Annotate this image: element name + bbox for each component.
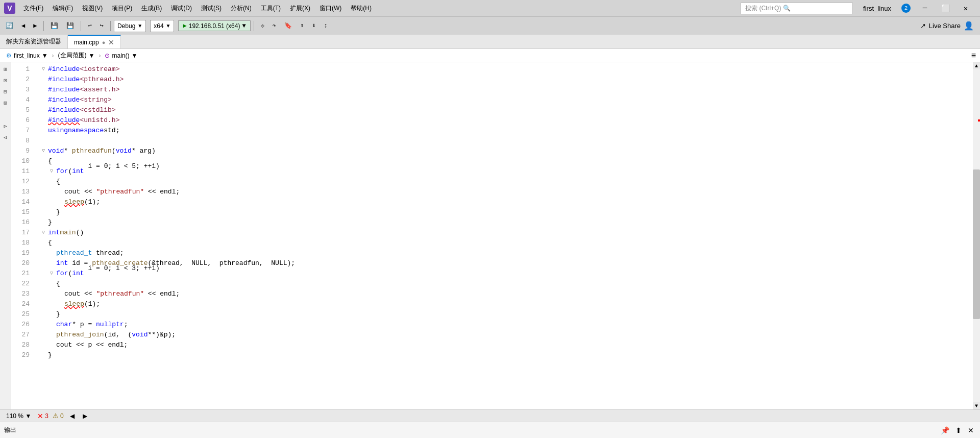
panel-pin-button[interactable]: 📌 (939, 425, 951, 435)
line-num-18: 18 (11, 238, 34, 248)
output-label: 输出 (4, 426, 16, 434)
scroll-down-button[interactable]: ▼ (973, 402, 980, 409)
toolbar-breakpoint[interactable]: ⟐ (257, 21, 268, 31)
toolbar-bookmark4[interactable]: ↕ (320, 21, 331, 31)
line-num-23: 23 (11, 289, 34, 299)
toolbar-back[interactable]: ◀ (18, 20, 29, 31)
code-content[interactable]: ▽#include <iostream> #include <pthread.h… (38, 62, 973, 409)
line-num-9: 9 (11, 146, 34, 156)
menu-test[interactable]: 测试(S) (197, 3, 226, 14)
solution-explorer-tab[interactable]: 解决方案资源管理器 (0, 35, 68, 48)
menu-analyze[interactable]: 分析(N) (227, 3, 256, 14)
menu-edit[interactable]: 编辑(E) (48, 3, 77, 14)
fold-icon-17[interactable]: ▽ (40, 229, 47, 236)
sidebar-icon-2[interactable]: ⊡ (1, 76, 10, 85)
notification-badge: 2 (901, 4, 911, 13)
fold-icon-1[interactable]: ▽ (40, 66, 47, 73)
fold-icon-11[interactable]: ▽ (48, 168, 55, 175)
scroll-thumb[interactable] (973, 169, 980, 319)
project-icon: ⚙ (6, 52, 12, 59)
live-share-label: Live Share (929, 22, 961, 30)
toolbar-undo[interactable]: ↩ (84, 20, 95, 31)
right-scrollbar[interactable]: ▲ ▼ (973, 62, 980, 409)
restore-button[interactable]: ⬜ (935, 0, 955, 16)
error-count[interactable]: ✕ 3 (37, 412, 48, 420)
line-num-1: 1 (11, 64, 34, 75)
live-share-user-icon: 👤 (964, 21, 974, 31)
sidebar-icon-6[interactable]: ⊲ (1, 133, 10, 142)
editor-area: 1 2 3 4 5 6 7 8 9 10 11 12 13 14 15 16 1… (11, 62, 980, 409)
editor-options-icon[interactable]: ≡ (971, 51, 976, 60)
panel-close-button[interactable]: ✕ (966, 425, 976, 435)
panel-maximize-button[interactable]: ⬆ (953, 425, 964, 435)
line-num-2: 2 (11, 75, 34, 85)
left-sidebar: ⊞ ⊡ ⊟ ⊠ ⊳ ⊲ (0, 62, 11, 409)
toolbar-separator-4 (254, 21, 254, 31)
toolbar-new-project[interactable]: 🔄 (2, 20, 17, 31)
project-name: first_linux (863, 5, 891, 12)
toolbar-forward[interactable]: ▶ (30, 20, 40, 31)
breadcrumb-function[interactable]: ⊙ main() ▼ (103, 51, 139, 60)
minimize-button[interactable]: ─ (915, 0, 935, 16)
sidebar-icon-4[interactable]: ⊠ (1, 98, 10, 107)
menu-window[interactable]: 窗口(W) (315, 3, 346, 14)
toolbar-redo[interactable]: ↪ (96, 20, 107, 31)
toolbar-bookmark3[interactable]: ⬇ (308, 20, 319, 31)
breadcrumb-scope[interactable]: (全局范围) ▼ (56, 50, 97, 61)
platform-label: x64 (154, 22, 163, 30)
line-num-8: 8 (11, 136, 34, 146)
code-line-26: char* p = nullptr; (38, 320, 973, 330)
line-num-14: 14 (11, 197, 34, 207)
toolbar-step-over[interactable]: ↷ (269, 20, 280, 31)
platform-dropdown[interactable]: x64 ▼ (150, 20, 174, 32)
file-tab-main-cpp[interactable]: main.cpp ● ✕ (68, 35, 121, 48)
code-line-23: cout << "pthreadfun" << endl; (38, 289, 973, 299)
run-button[interactable]: ▶ 192.168.0.51 (x64) ▼ (178, 20, 250, 31)
live-share-button[interactable]: ↗ Live Share 👤 (916, 20, 978, 32)
main-area: ⊞ ⊡ ⊟ ⊠ ⊳ ⊲ 1 2 3 4 5 6 7 8 9 10 11 12 1… (0, 62, 980, 409)
forward-icon: ▶ (33, 22, 37, 30)
toolbar-bookmark2[interactable]: ⬆ (297, 20, 307, 31)
line-num-15: 15 (11, 207, 34, 217)
menu-view[interactable]: 视图(V) (78, 3, 107, 14)
zoom-value: 110 % (6, 412, 23, 420)
menu-help[interactable]: 帮助(H) (347, 3, 376, 14)
toolbar-separator-2 (81, 21, 81, 31)
zoom-arrow: ▼ (25, 412, 31, 420)
config-dropdown[interactable]: Debug ▼ (114, 20, 146, 32)
close-button[interactable]: ✕ (955, 0, 976, 16)
toolbar-save-all[interactable]: 💾 (63, 20, 78, 31)
warning-count[interactable]: ⚠ 0 (53, 412, 64, 420)
scroll-up-button[interactable]: ▲ (973, 62, 980, 69)
code-line-3: #include <assert.h> (38, 85, 973, 95)
back-icon: ◀ (21, 22, 25, 30)
code-line-29: } (38, 350, 973, 360)
nav-back-button[interactable]: ◀ (68, 411, 77, 421)
toolbar-save[interactable]: 💾 (47, 20, 62, 31)
sidebar-icon-1[interactable]: ⊞ (1, 64, 10, 74)
nav-forward-button[interactable]: ▶ (81, 411, 89, 421)
menu-tools[interactable]: 工具(T) (257, 3, 285, 14)
breadcrumb-project-name: first_linux (14, 52, 40, 59)
breadcrumb-sep-2: › (99, 52, 101, 59)
platform-arrow: ▼ (166, 23, 171, 29)
search-text: 搜索 (Ctrl+Q) (745, 4, 781, 13)
menu-build[interactable]: 生成(B) (137, 3, 166, 14)
search-box[interactable]: 搜索 (Ctrl+Q) 🔍 (741, 3, 853, 14)
menu-project[interactable]: 项目(P) (108, 3, 136, 14)
menu-file[interactable]: 文件(F) (19, 3, 47, 14)
zoom-level[interactable]: 110 % ▼ (4, 411, 33, 421)
fold-icon-9[interactable]: ▽ (40, 148, 47, 155)
code-line-1: ▽#include <iostream> (38, 64, 973, 75)
scroll-track[interactable] (973, 69, 980, 402)
sidebar-icon-5[interactable]: ⊳ (1, 121, 10, 131)
sidebar-icon-3[interactable]: ⊟ (1, 87, 10, 96)
menu-extensions[interactable]: 扩展(X) (286, 3, 314, 14)
toolbar-bookmark1[interactable]: 🔖 (281, 20, 296, 31)
menu-debug[interactable]: 调试(D) (167, 3, 196, 14)
fold-icon-21[interactable]: ▽ (48, 270, 55, 277)
app-logo: V (4, 3, 15, 14)
line-num-10: 10 (11, 156, 34, 166)
close-tab-button[interactable]: ✕ (108, 38, 114, 46)
breadcrumb-project[interactable]: ⚙ first_linux ▼ (4, 51, 50, 60)
